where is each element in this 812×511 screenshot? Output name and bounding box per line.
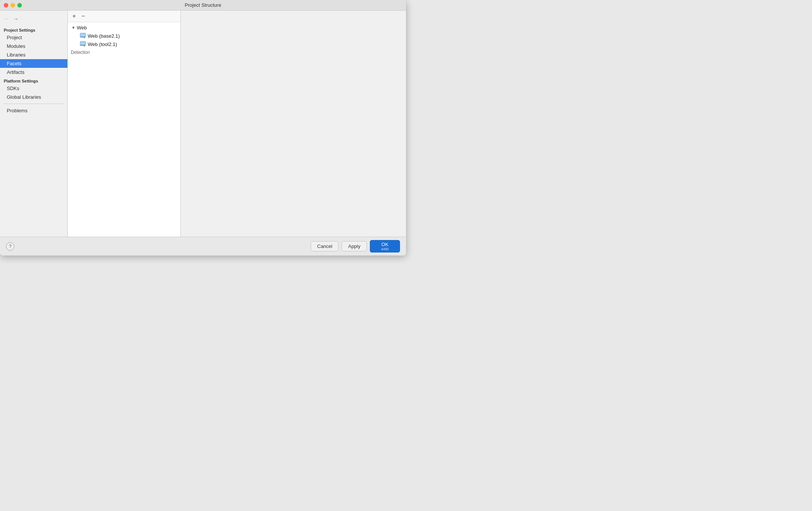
detection-label: Detection [68, 48, 180, 57]
tree-item-web-base[interactable]: Web (base2.1) [68, 32, 180, 40]
sidebar-nav: ← → [0, 14, 67, 26]
back-button[interactable]: ← [3, 15, 11, 23]
project-settings-label: Project Settings [0, 26, 67, 33]
add-facet-button[interactable]: + [70, 12, 78, 20]
detail-panel [181, 11, 406, 237]
ok-label: OK [382, 242, 389, 247]
svg-rect-1 [80, 37, 85, 37]
svg-point-5 [84, 46, 85, 47]
chevron-down-icon: ▼ [71, 25, 76, 31]
titlebar: Project Structure [0, 0, 406, 11]
bottom-bar: ? Cancel Apply OK 4490 [0, 237, 406, 256]
main-content: ← → Project Settings Project Modules Lib… [0, 11, 406, 237]
bottom-left: ? [6, 242, 14, 251]
tree-content: ▼ Web Web (base2.1) [68, 22, 180, 237]
sidebar-item-sdks[interactable]: SDKs [0, 84, 67, 93]
sidebar-item-artifacts[interactable]: Artifacts [0, 68, 67, 76]
sidebar-item-project[interactable]: Project [0, 33, 67, 42]
sidebar-item-problems[interactable]: Problems [0, 106, 67, 115]
tree-item-web-tool[interactable]: Web (tool2.1) [68, 40, 180, 48]
content-area: + − ▼ Web [68, 11, 406, 237]
facet-web-tool-icon [80, 41, 86, 47]
tree-panel: + − ▼ Web [68, 11, 181, 237]
ok-button[interactable]: OK 4490 [370, 240, 400, 252]
sidebar: ← → Project Settings Project Modules Lib… [0, 11, 68, 237]
sidebar-item-modules[interactable]: Modules [0, 42, 67, 50]
tree-toolbar: + − [68, 11, 180, 22]
sidebar-divider [4, 104, 64, 104]
platform-settings-label: Platform Settings [0, 76, 67, 84]
ok-sub-label: 4490 [381, 247, 389, 251]
bottom-right: Cancel Apply OK 4490 [311, 240, 400, 252]
tree-item-label: Web (base2.1) [88, 33, 120, 39]
sidebar-item-global-libraries[interactable]: Global Libraries [0, 93, 67, 101]
svg-rect-4 [80, 45, 85, 46]
tree-group-web[interactable]: ▼ Web [68, 24, 180, 32]
window-title: Project Structure [185, 2, 221, 8]
sidebar-item-libraries[interactable]: Libraries [0, 50, 67, 59]
remove-facet-button[interactable]: − [79, 12, 87, 20]
cancel-button[interactable]: Cancel [311, 241, 339, 251]
minimize-button[interactable] [11, 3, 15, 8]
maximize-button[interactable] [17, 3, 22, 8]
facets-panel: + − ▼ Web [68, 11, 406, 237]
svg-point-2 [84, 37, 85, 38]
tree-item-label: Web (tool2.1) [88, 41, 117, 47]
facet-web-icon [80, 33, 86, 39]
sidebar-item-facets[interactable]: Facets [0, 59, 67, 68]
forward-button[interactable]: → [12, 15, 20, 23]
help-button[interactable]: ? [6, 242, 14, 251]
apply-button[interactable]: Apply [342, 241, 367, 251]
close-button[interactable] [4, 3, 8, 8]
window-controls [4, 3, 22, 8]
tree-group-label: Web [77, 25, 87, 31]
